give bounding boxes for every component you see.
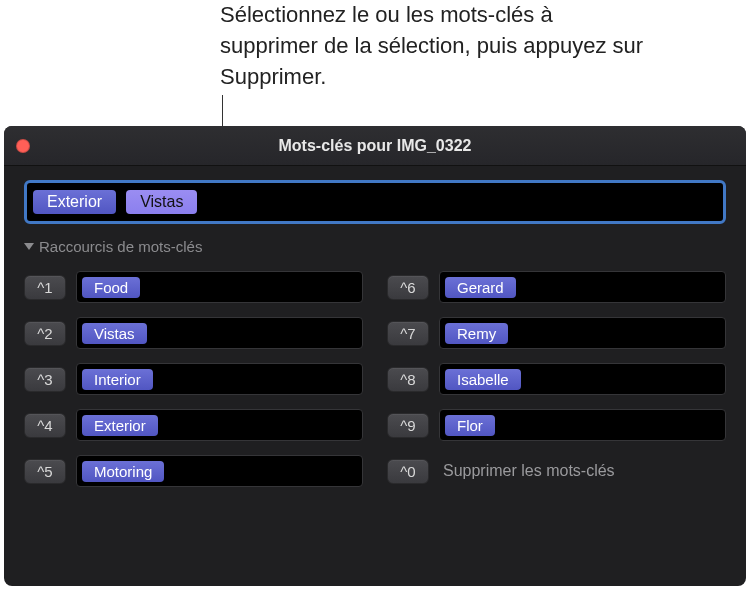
shortcut-row-4: ^4 Exterior — [24, 409, 363, 441]
shortcut-row-5: ^5 Motoring — [24, 455, 363, 487]
shortcut-pill-interior[interactable]: Interior — [82, 369, 153, 390]
section-header-label: Raccourcis de mots-clés — [39, 238, 202, 255]
shortcut-key-0[interactable]: ^0 — [387, 459, 429, 484]
shortcut-row-0: ^0 Supprimer les mots-clés — [387, 455, 726, 487]
shortcut-pill-flor[interactable]: Flor — [445, 415, 495, 436]
shortcut-slot-6[interactable]: Gerard — [439, 271, 726, 303]
shortcut-row-6: ^6 Gerard — [387, 271, 726, 303]
shortcut-key-3[interactable]: ^3 — [24, 367, 66, 392]
chevron-down-icon — [24, 243, 34, 250]
shortcut-slot-9[interactable]: Flor — [439, 409, 726, 441]
callout-text: Sélectionnez le ou les mots-clés à suppr… — [220, 0, 650, 92]
shortcut-row-1: ^1 Food — [24, 271, 363, 303]
shortcut-key-6[interactable]: ^6 — [387, 275, 429, 300]
shortcut-row-7: ^7 Remy — [387, 317, 726, 349]
shortcut-pill-motoring[interactable]: Motoring — [82, 461, 164, 482]
window-content: Exterior Vistas Raccourcis de mots-clés … — [4, 166, 746, 497]
shortcut-slot-4[interactable]: Exterior — [76, 409, 363, 441]
shortcut-key-8[interactable]: ^8 — [387, 367, 429, 392]
shortcuts-grid: ^1 Food ^6 Gerard ^2 Vistas ^7 — [24, 271, 726, 487]
shortcuts-disclosure-header[interactable]: Raccourcis de mots-clés — [24, 238, 726, 255]
shortcut-slot-2[interactable]: Vistas — [76, 317, 363, 349]
shortcut-slot-1[interactable]: Food — [76, 271, 363, 303]
shortcut-pill-gerard[interactable]: Gerard — [445, 277, 516, 298]
titlebar: Mots-clés pour IMG_0322 — [4, 126, 746, 166]
shortcut-row-9: ^9 Flor — [387, 409, 726, 441]
shortcut-key-5[interactable]: ^5 — [24, 459, 66, 484]
shortcut-pill-food[interactable]: Food — [82, 277, 140, 298]
shortcut-slot-5[interactable]: Motoring — [76, 455, 363, 487]
shortcut-row-3: ^3 Interior — [24, 363, 363, 395]
shortcut-key-1[interactable]: ^1 — [24, 275, 66, 300]
shortcut-row-2: ^2 Vistas — [24, 317, 363, 349]
shortcut-key-7[interactable]: ^7 — [387, 321, 429, 346]
applied-keywords-field[interactable]: Exterior Vistas — [24, 180, 726, 224]
shortcut-pill-vistas[interactable]: Vistas — [82, 323, 147, 344]
shortcut-pill-remy[interactable]: Remy — [445, 323, 508, 344]
window-title: Mots-clés pour IMG_0322 — [4, 137, 746, 155]
shortcut-key-9[interactable]: ^9 — [387, 413, 429, 438]
shortcut-pill-isabelle[interactable]: Isabelle — [445, 369, 521, 390]
shortcut-slot-3[interactable]: Interior — [76, 363, 363, 395]
keyword-pill-vistas-selected[interactable]: Vistas — [126, 190, 197, 214]
remove-keywords-label[interactable]: Supprimer les mots-clés — [443, 462, 615, 480]
keyword-pill-exterior[interactable]: Exterior — [33, 190, 116, 214]
shortcut-slot-7[interactable]: Remy — [439, 317, 726, 349]
shortcut-slot-8[interactable]: Isabelle — [439, 363, 726, 395]
shortcut-pill-exterior[interactable]: Exterior — [82, 415, 158, 436]
shortcut-key-4[interactable]: ^4 — [24, 413, 66, 438]
keywords-window: Mots-clés pour IMG_0322 Exterior Vistas … — [4, 126, 746, 586]
shortcut-key-2[interactable]: ^2 — [24, 321, 66, 346]
shortcut-row-8: ^8 Isabelle — [387, 363, 726, 395]
